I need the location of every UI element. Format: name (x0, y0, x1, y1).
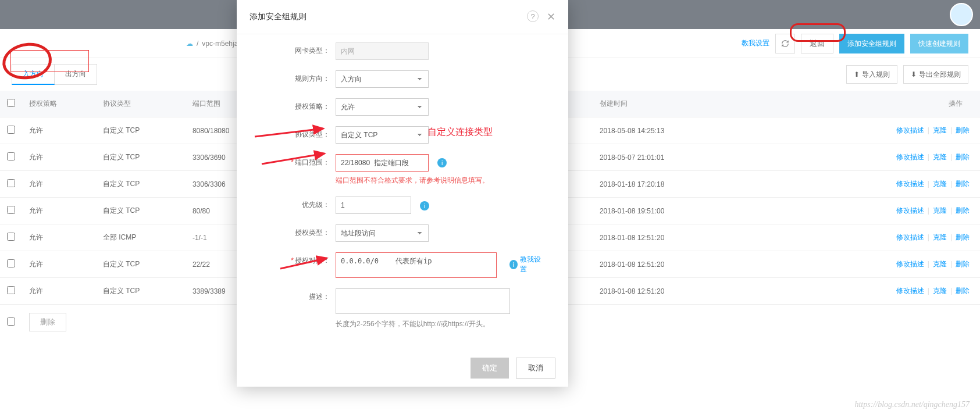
add-rule-modal: 添加安全组规则 ? ✕ 网卡类型： 内网 规则方向： 入方向 授权策略： 允许 … (237, 0, 568, 387)
help-icon[interactable]: ? (527, 10, 539, 22)
label-desc: 描述： (260, 288, 336, 302)
auth-target-input[interactable]: 0.0.0.0/0 代表所有ip (336, 252, 497, 278)
direction-select[interactable]: 入方向 (336, 70, 429, 88)
label-proto: 协议类型： (260, 126, 336, 140)
tutorial-link-modal[interactable]: 教我设置 (520, 255, 545, 274)
label-authtype: 授权类型： (260, 224, 336, 238)
desc-hint: 长度为2-256个字符，不能以http://或https://开头。 (336, 319, 545, 329)
auth-type-select[interactable]: 地址段访问 (336, 224, 429, 242)
watermark: https://blog.csdn.net/qingcheng157 (854, 400, 970, 409)
label-nic: 网卡类型： (260, 42, 336, 56)
ok-button[interactable]: 确定 (471, 358, 509, 379)
annotation-text-proto: 自定义连接类型 (427, 126, 493, 138)
label-port: *端口范围： (260, 154, 336, 167)
close-icon[interactable]: ✕ (547, 10, 555, 23)
policy-select[interactable]: 允许 (336, 98, 429, 116)
port-error-msg: 端口范围不符合格式要求，请参考说明信息填写。 (336, 175, 545, 186)
description-input[interactable] (336, 288, 510, 314)
port-range-input[interactable] (336, 154, 429, 172)
label-priority: 优先级： (260, 197, 336, 210)
info-icon[interactable]: i (420, 201, 429, 210)
priority-input[interactable] (336, 197, 411, 214)
info-icon[interactable]: i (509, 260, 518, 269)
cancel-button[interactable]: 取消 (516, 358, 555, 379)
label-target: *授权对象： (260, 252, 336, 266)
label-dir: 规则方向： (260, 70, 336, 84)
modal-title: 添加安全组规则 (250, 12, 307, 22)
label-policy: 授权策略： (260, 98, 336, 112)
protocol-select[interactable]: 自定义 TCP (336, 126, 429, 144)
info-icon[interactable]: i (437, 158, 447, 167)
nic-type-select: 内网 (336, 42, 429, 60)
